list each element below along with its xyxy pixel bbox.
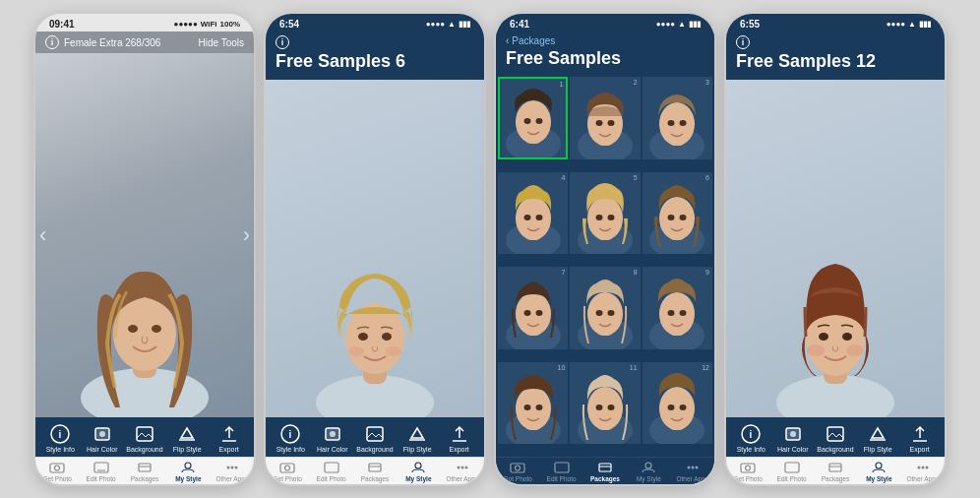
tab-my-style-2[interactable]: My Style bbox=[400, 461, 436, 482]
export-icon-4 bbox=[909, 423, 931, 445]
toolbar-export-1[interactable]: Export bbox=[212, 423, 247, 453]
tab-packages-3[interactable]: Packages bbox=[587, 461, 623, 482]
packages-icon-3 bbox=[596, 461, 614, 474]
toolbar-flip-style-1[interactable]: Flip Style bbox=[169, 423, 205, 453]
tab-edit-photo-3[interactable]: Edit Photo bbox=[544, 461, 580, 482]
svg-text:i: i bbox=[289, 429, 292, 440]
info-icon-1[interactable]: i bbox=[45, 35, 59, 49]
grid-cell-4[interactable]: 4 bbox=[498, 172, 568, 255]
svg-rect-35 bbox=[369, 464, 381, 471]
edit-photo-label-4: Edit Photo bbox=[777, 475, 807, 482]
other-apps-label-1: Other Apps bbox=[215, 475, 248, 482]
export-icon-1 bbox=[218, 423, 240, 445]
toolbar-flip-style-2[interactable]: Flip Style bbox=[399, 423, 435, 453]
svg-point-24 bbox=[382, 333, 392, 341]
status-right-3: ●●●● ▲ ▮▮▮ bbox=[656, 20, 701, 29]
wifi-4: ▲ bbox=[908, 20, 916, 29]
svg-point-63 bbox=[523, 215, 530, 220]
toolbar-hair-color-2[interactable]: Hair Color bbox=[315, 423, 350, 453]
grid-cell-9[interactable]: 9 bbox=[643, 267, 712, 349]
svg-point-112 bbox=[680, 405, 687, 410]
tab-other-apps-1[interactable]: Other Apps bbox=[214, 461, 250, 482]
tab-other-apps-3[interactable]: Other Apps bbox=[675, 461, 710, 482]
tab-get-photo-2[interactable]: Get Photo bbox=[270, 461, 305, 482]
svg-rect-136 bbox=[785, 463, 799, 472]
cell-num-11: 11 bbox=[630, 364, 638, 371]
hide-tools-btn-1[interactable]: Hide Tools bbox=[198, 37, 244, 48]
grid-cell-12[interactable]: 12 bbox=[643, 362, 712, 445]
other-apps-icon-3 bbox=[684, 461, 702, 474]
tab-packages-4[interactable]: Packages bbox=[818, 461, 853, 482]
info-row-4: i bbox=[736, 35, 935, 49]
my-style-icon-2 bbox=[409, 461, 427, 474]
edit-photo-label-3: Edit Photo bbox=[547, 475, 577, 482]
grid-cell-3[interactable]: 3 bbox=[643, 77, 712, 159]
tab-got-photo-3[interactable]: Got Photo bbox=[500, 461, 535, 482]
face-svg-3 bbox=[646, 89, 707, 159]
svg-point-99 bbox=[523, 405, 530, 410]
tab-my-style-4[interactable]: My Style bbox=[861, 461, 896, 482]
svg-point-106 bbox=[607, 405, 614, 410]
my-style-icon-4 bbox=[870, 461, 888, 474]
status-right-4: ●●●● ▲ ▮▮▮ bbox=[887, 20, 931, 29]
toolbar-flip-style-4[interactable]: Flip Style bbox=[860, 423, 895, 453]
edit-photo-icon-4 bbox=[783, 461, 801, 474]
grid-cell-11[interactable]: 11 bbox=[570, 362, 640, 445]
grid-cell-5[interactable]: 5 bbox=[570, 172, 640, 255]
toolbar-style-info-1[interactable]: i Style Info bbox=[42, 423, 78, 453]
info-icon-4[interactable]: i bbox=[736, 35, 750, 49]
time-4: 6:55 bbox=[740, 19, 760, 30]
nav-arrow-right-1[interactable]: › bbox=[243, 222, 250, 248]
svg-point-69 bbox=[595, 215, 602, 220]
svg-point-139 bbox=[876, 463, 882, 468]
svg-point-26 bbox=[386, 346, 401, 356]
grid-cell-1[interactable]: 1 bbox=[498, 77, 568, 159]
nav-arrow-left-1[interactable]: ‹ bbox=[39, 222, 46, 248]
toolbar-style-info-2[interactable]: i Style Info bbox=[273, 423, 308, 453]
toolbar-background-1[interactable]: Background bbox=[126, 423, 162, 453]
face-svg-11 bbox=[575, 373, 636, 444]
wifi-1: WiFi bbox=[201, 20, 217, 29]
grid-cell-7[interactable]: 7 bbox=[498, 267, 568, 349]
face-svg-6 bbox=[646, 183, 707, 254]
hair-color-label-1: Hair Color bbox=[87, 446, 118, 453]
svg-point-38 bbox=[457, 467, 459, 469]
info-icon-2[interactable]: i bbox=[276, 35, 289, 49]
svg-point-30 bbox=[330, 431, 336, 437]
back-label-3[interactable]: Packages bbox=[512, 35, 555, 46]
cell-num-12: 12 bbox=[702, 364, 709, 371]
hair-color-icon-2 bbox=[322, 423, 343, 445]
toolbar-export-4[interactable]: Export bbox=[902, 423, 938, 453]
tab-other-apps-4[interactable]: Other Apps bbox=[905, 461, 941, 482]
status-right-2: ●●●● ▲ ▮▮▮ bbox=[426, 20, 470, 29]
tab-packages-1[interactable]: Packages bbox=[127, 461, 162, 482]
grid-cell-2[interactable]: 2 bbox=[570, 77, 640, 159]
tab-edit-photo-1[interactable]: Edit Photo bbox=[84, 461, 119, 482]
grid-cell-6[interactable]: 6 bbox=[643, 172, 712, 255]
toolbar-style-info-4[interactable]: i Style Info bbox=[733, 423, 768, 453]
tab-get-photo-1[interactable]: Get Photo bbox=[39, 461, 75, 482]
tab-bar-1: Get Photo Edit Photo Packages My Style O… bbox=[35, 457, 254, 484]
cell-num-3: 3 bbox=[705, 79, 709, 86]
toolbar-background-2[interactable]: Background bbox=[356, 423, 393, 453]
grid-cell-10[interactable]: 10 bbox=[498, 362, 568, 445]
grid-cell-8[interactable]: 8 bbox=[570, 267, 640, 349]
toolbar-export-2[interactable]: Export bbox=[442, 423, 477, 453]
tab-edit-photo-2[interactable]: Edit Photo bbox=[314, 461, 349, 482]
toolbar-hair-color-4[interactable]: Hair Color bbox=[775, 423, 811, 453]
tab-packages-2[interactable]: Packages bbox=[357, 461, 393, 482]
tab-my-style-1[interactable]: My Style bbox=[170, 461, 206, 482]
tab-my-style-3[interactable]: My Style bbox=[631, 461, 666, 482]
tab-get-photo-4[interactable]: Get Photo bbox=[730, 461, 766, 482]
tab-edit-photo-4[interactable]: Edit Photo bbox=[774, 461, 810, 482]
cell-num-9: 9 bbox=[705, 269, 709, 276]
tab-other-apps-2[interactable]: Other Apps bbox=[445, 461, 480, 482]
flip-style-label-1: Flip Style bbox=[173, 446, 202, 453]
svg-point-51 bbox=[595, 120, 602, 126]
svg-point-88 bbox=[607, 310, 614, 316]
header-title-2: Free Samples 6 bbox=[276, 51, 474, 72]
phone-4: 6:55 ●●●● ▲ ▮▮▮ i Free Samples 12 bbox=[724, 12, 947, 486]
toolbar-hair-color-1[interactable]: Hair Color bbox=[85, 423, 120, 453]
toolbar-background-4[interactable]: Background bbox=[817, 423, 853, 453]
other-apps-label-2: Other Apps bbox=[446, 475, 478, 482]
